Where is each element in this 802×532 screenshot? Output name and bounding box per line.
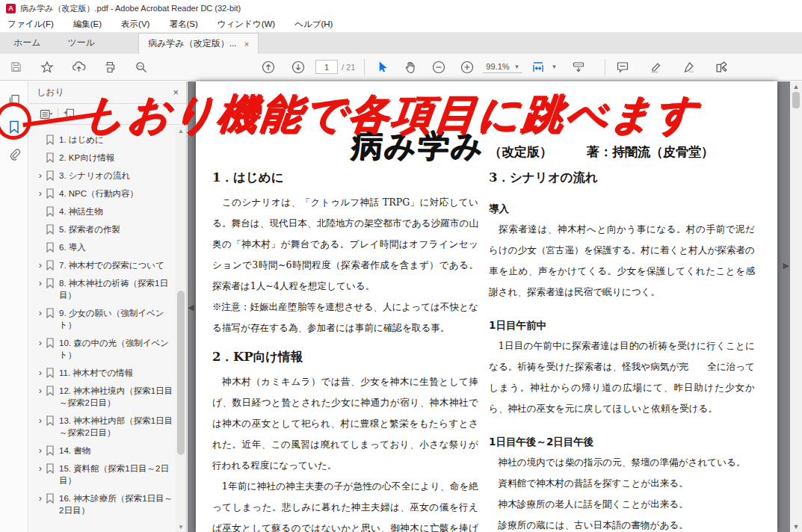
page-number-input[interactable] [315, 60, 338, 74]
menu-help[interactable]: ヘルプ(H) [294, 19, 333, 30]
expand-chevron-icon[interactable]: › [35, 367, 46, 378]
expand-chevron-icon[interactable]: › [35, 277, 46, 288]
bookmark-label: 11. 神木村での情報 [59, 367, 174, 379]
highlight-icon[interactable] [644, 57, 667, 78]
document-scrollbar[interactable]: ▲ ▼ [790, 81, 802, 532]
expand-chevron-icon[interactable]: › [35, 415, 46, 426]
scroll-down-icon[interactable]: ▼ [176, 524, 186, 531]
bookmark-label: 10. 森の中の光（強制イベント） [59, 337, 174, 361]
bookmark-icon [46, 337, 59, 348]
scroll-down-icon[interactable]: ▼ [790, 523, 802, 531]
bookmark-item[interactable]: ›8. 神木神社の祈祷（探索1日目） [34, 274, 176, 304]
window-titlebar: A 病み学み（改定版）.pdf - Adobe Acrobat Reader D… [0, 0, 802, 16]
navigation-rail [0, 81, 28, 532]
bookmark-icon [46, 241, 59, 253]
bookmark-icon [46, 152, 59, 163]
expand-chevron-icon[interactable]: › [35, 463, 46, 474]
select-tool-icon[interactable] [371, 57, 393, 78]
document-heading: 3．シナリオの流れ [489, 170, 755, 186]
panel-scrollbar[interactable]: ▲ ▼ [176, 126, 186, 532]
fit-width-icon[interactable] [527, 57, 549, 78]
save-icon[interactable] [4, 57, 27, 78]
bookmark-item[interactable]: ›4. NPC（行動内容） [34, 185, 176, 202]
page-display-icon[interactable] [567, 57, 590, 78]
bookmark-label: 12. 神木神社境内（探索1日目～探索2日目） [59, 385, 174, 409]
annotation-text: しおり機能で各項目に跳べます [81, 87, 701, 142]
document-area: ◀ 病み学み （改定版） 著：持闇流（皮骨堂） 1．はじめに このシナリオは、「… [188, 81, 802, 532]
bookmark-label: 4. NPC（行動内容） [59, 188, 174, 200]
expand-chevron-icon[interactable]: › [35, 385, 46, 396]
zoom-level-control[interactable]: 99.1% ▼ [483, 61, 522, 73]
star-icon[interactable] [36, 57, 58, 78]
expand-chevron-icon[interactable]: › [35, 188, 46, 199]
bookmark-item[interactable]: ›7. 神木村での探索について [34, 256, 176, 274]
menu-edit[interactable]: 編集(E) [73, 19, 102, 30]
panel-scrollbar-thumb[interactable] [177, 291, 185, 455]
document-paragraph: 資料館で神木村の昔話を探すことが出来る。 [489, 473, 755, 494]
expand-chevron-icon[interactable]: › [35, 492, 46, 504]
bookmark-item[interactable]: ›9. 少女の願い（強制イベント） [34, 304, 176, 334]
bookmark-item[interactable]: ›15. 資料館（探索1日目～2日目） [34, 460, 176, 489]
document-paragraph: このシナリオは、「クトゥルフ神話 TRPG」に対応している。舞台は、現代日本、北… [212, 192, 478, 297]
comment-icon[interactable] [611, 57, 634, 78]
cloud-upload-icon[interactable] [67, 57, 90, 78]
bookmark-item[interactable]: 6. 導入 [34, 238, 176, 256]
expand-chevron-icon[interactable]: › [35, 307, 46, 318]
bookmark-label: 4. 神話生物 [59, 205, 174, 217]
menu-window[interactable]: ウィンドウ(W) [218, 19, 275, 30]
bookmark-item[interactable]: 5. 探索者の作製 [34, 220, 176, 238]
tab-close-icon[interactable]: × [244, 40, 249, 49]
bookmark-item[interactable]: ›10. 森の中の光（強制イベント） [34, 334, 176, 364]
zoom-in-icon[interactable] [456, 57, 478, 78]
bookmark-item[interactable]: ›12. 神木神社境内（探索1日目～探索2日目） [34, 382, 176, 412]
fill-sign-icon[interactable] [710, 57, 732, 78]
bookmark-label: 5. 探索者の作製 [59, 223, 174, 235]
expand-chevron-icon[interactable]: › [35, 445, 46, 456]
bookmark-item[interactable]: ›16. 神木診療所（探索1日目～2日目） [34, 489, 176, 519]
document-scrollbar-thumb[interactable] [792, 92, 800, 108]
print-icon[interactable] [99, 57, 121, 78]
hand-tool-icon[interactable] [399, 57, 422, 78]
collapse-panel-icon[interactable]: ◀ [188, 303, 194, 312]
document-heading: 1．はじめに [212, 170, 478, 186]
document-paragraph: 神社の境内では柴の指示の元、祭壇の準備がされている。 [489, 452, 755, 473]
bookmark-item[interactable]: 4. 神話生物 [34, 202, 176, 220]
tab-home[interactable]: ホーム [0, 32, 55, 54]
window-title: 病み学み（改定版）.pdf - Adobe Acrobat Reader DC … [20, 3, 241, 14]
document-heading: 1日目午後～2日目午後 [489, 436, 755, 449]
bookmark-item[interactable]: ›14. 書物 [34, 442, 176, 460]
bookmark-item[interactable]: ›11. 神木村での情報 [34, 364, 176, 382]
bookmark-item[interactable]: ›13. 神木神社内部（探索1日目～探索2日目） [34, 412, 176, 442]
bookmark-label: 9. 少女の願い（強制イベント） [59, 307, 174, 331]
search-icon[interactable] [130, 57, 152, 78]
document-heading: 導入 [489, 202, 755, 216]
document-paragraph: 探索者達は、神木村へと向かう事になる。村の手前で泥だらけの少女（宮古遥）を保護す… [489, 219, 755, 303]
tab-tools[interactable]: ツール [55, 32, 109, 54]
next-page-icon[interactable] [287, 57, 309, 78]
menu-file[interactable]: ファイル(F) [7, 19, 54, 30]
attachments-icon[interactable] [0, 143, 28, 165]
zoom-out-icon[interactable] [428, 57, 450, 78]
bookmark-item[interactable]: ›3. シナリオの流れ [34, 167, 176, 185]
document-paragraph: 神木村（カミキムラ）では昔、少女を神木に生贄として捧げ、数日経つと贄とされた少女… [212, 371, 478, 476]
bookmark-list: 1. はじめに2. KP向け情報›3. シナリオの流れ›4. NPC（行動内容）… [29, 126, 176, 532]
previous-page-icon[interactable] [257, 57, 280, 78]
fit-width-caret-icon[interactable]: ▼ [551, 64, 557, 70]
sign-icon[interactable] [677, 57, 700, 78]
bookmark-icon [46, 492, 59, 504]
expand-chevron-icon[interactable]: › [35, 337, 46, 348]
expand-panel-icon[interactable]: ▶ [783, 261, 789, 270]
menu-sign[interactable]: 署名(S) [169, 19, 197, 30]
bookmark-icon [46, 463, 59, 474]
page-total-label: / 21 [342, 63, 355, 72]
bookmark-icon [46, 134, 59, 145]
expand-chevron-icon[interactable]: › [35, 259, 46, 270]
expand-chevron-icon[interactable]: › [35, 170, 46, 181]
bookmark-item[interactable]: 2. KP向け情報 [34, 149, 176, 167]
menu-view[interactable]: 表示(V) [121, 19, 149, 30]
scroll-up-icon[interactable]: ▲ [790, 83, 802, 90]
document-paragraph: 1年前に神社の神主夫妻の子が急性の心不全により、命を絶ってしまった。悲しみに暮れ… [212, 476, 478, 532]
tab-document[interactable]: 病み学み（改定版）... × [138, 33, 259, 54]
document-heading: 1日目午前中 [489, 319, 755, 332]
chevron-down-icon: ▼ [514, 64, 520, 70]
